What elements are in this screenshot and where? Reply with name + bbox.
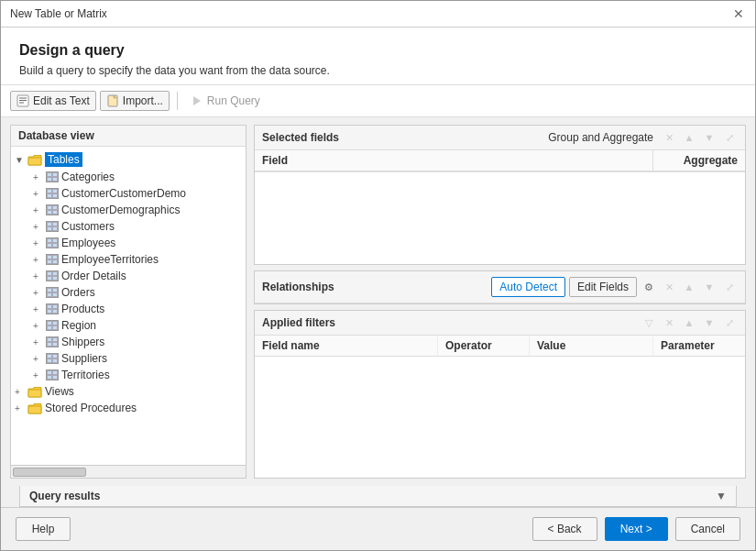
tree-item-categories[interactable]: + Categories [26,169,246,185]
applied-filters-title: Applied filters [262,316,335,329]
query-results-label: Query results [29,490,100,502]
selected-fields-panel: Selected fields Group and Aggregate ✕ ▲ … [254,125,746,265]
relationships-panel: Relationships Auto Detect Edit Fields ⚙ … [254,270,746,304]
et-expand: + [33,255,46,265]
import-button[interactable]: Import... [100,91,170,111]
table-icon-products [46,303,59,314]
products-label: Products [61,303,104,315]
od-label: Order Details [61,270,126,282]
region-label: Region [61,319,96,332]
filters-expand-button[interactable]: ⤢ [721,314,738,331]
table-icon-employees [46,237,59,248]
table-icon-cd [46,204,59,215]
applied-filters-actions: ▽ ✕ ▲ ▼ ⤢ [641,314,738,331]
tree-item-products[interactable]: + Products [26,301,246,317]
table-icon-orders [46,287,59,298]
rel-gear-button[interactable]: ⚙ [641,279,657,295]
tree-node-views[interactable]: + Views [11,383,246,400]
table-icon-od [46,270,59,281]
close-button[interactable]: ✕ [731,6,746,21]
relationships-header: Relationships Auto Detect Edit Fields ⚙ … [255,271,745,303]
tables-children: + Categories + CustomerCustomerDemo + Cu… [11,169,246,383]
svg-rect-6 [28,158,41,165]
run-query-button[interactable]: Run Query [185,92,266,110]
svg-rect-4 [108,95,117,106]
tree-node-tables[interactable]: ▼ Tables [11,150,246,169]
tree-item-employees[interactable]: + Employees [26,235,246,251]
sp-label: Stored Procedures [45,402,137,414]
fields-up-button[interactable]: ▲ [681,129,697,146]
table-icon-territories [46,369,59,380]
filters-body [255,357,745,478]
main-content: Database view ▼ Tables + Categories [1,117,755,486]
fields-x-button[interactable]: ✕ [661,129,677,146]
tree-node-stored-procedures[interactable]: + Stored Procedures [11,400,246,416]
categories-expand: + [33,172,46,182]
table-icon-customers [46,221,59,232]
tree-item-employeeterritories[interactable]: + EmployeeTerritories [26,251,246,268]
fields-expand-button[interactable]: ⤢ [721,129,738,146]
rel-down-button[interactable]: ▼ [701,279,718,295]
employees-expand: + [33,238,46,248]
filters-filter-button[interactable]: ▽ [641,314,657,331]
auto-detect-button[interactable]: Auto Detect [491,277,565,297]
filters-grid-header: Field name Operator Value Parameter [255,336,745,357]
tree-item-region[interactable]: + Region [26,317,246,334]
value-col: Value [530,336,653,356]
relationships-actions: Auto Detect Edit Fields ⚙ ✕ ▲ ▼ ⤢ [491,277,738,297]
tree-item-shippers[interactable]: + Shippers [26,334,246,350]
tree-item-orders[interactable]: + Orders [26,284,246,301]
svg-marker-5 [193,96,201,105]
fields-down-button[interactable]: ▼ [701,129,718,146]
table-icon-region [46,320,59,331]
views-label: Views [45,385,74,398]
suppliers-label: Suppliers [61,352,107,365]
filters-down-button[interactable]: ▼ [701,314,718,331]
customers-label: Customers [61,220,115,233]
applied-filters-header: Applied filters ▽ ✕ ▲ ▼ ⤢ [255,311,745,336]
run-icon [191,94,203,107]
cancel-button[interactable]: Cancel [675,517,740,541]
field-col-header: Field [255,150,653,171]
tree-item-customerdemographics[interactable]: + CustomerDemographics [26,202,246,218]
rel-x-button[interactable]: ✕ [661,279,677,295]
filters-up-button[interactable]: ▲ [681,314,697,331]
back-button[interactable]: < Back [532,517,597,541]
tree-item-orderdetails[interactable]: + Order Details [26,268,246,284]
edit-fields-button[interactable]: Edit Fields [569,277,637,297]
next-button[interactable]: Next > [605,517,668,541]
views-expand-icon: + [15,387,27,397]
categories-label: Categories [61,171,115,183]
tables-expand-icon: ▼ [15,155,27,165]
scrollbar-thumb[interactable] [13,468,86,477]
dialog-subtitle: Build a query to specify the data you wa… [19,64,737,77]
tree-item-customers[interactable]: + Customers [26,218,246,235]
et-label: EmployeeTerritories [61,253,159,266]
relationships-title: Relationships [262,281,334,293]
tree-item-territories[interactable]: + Territories [26,367,246,383]
query-results-bar[interactable]: Query results ▼ [19,486,737,507]
help-button[interactable]: Help [16,517,71,541]
parameter-col: Parameter [653,336,745,356]
rel-up-button[interactable]: ▲ [681,279,697,295]
edit-as-text-button[interactable]: Edit as Text [10,91,96,111]
aggregate-col-header: Aggregate [653,150,745,171]
orders-expand: + [33,288,46,298]
title-bar: New Table or Matrix ✕ [1,1,755,28]
tree-item-customercustomerdemo[interactable]: + CustomerCustomerDemo [26,185,246,202]
fields-body [255,172,745,264]
filters-x-button[interactable]: ✕ [661,314,677,331]
tree-item-suppliers[interactable]: + Suppliers [26,350,246,367]
tree-scrollbar[interactable] [11,465,246,478]
shippers-expand: + [33,337,46,347]
edit-icon [16,94,29,107]
region-expand: + [33,321,46,331]
rel-expand-button[interactable]: ⤢ [721,279,738,295]
window-title: New Table or Matrix [10,7,107,20]
tables-label: Tables [45,152,82,167]
tree-view[interactable]: ▼ Tables + Categories + Customer [11,147,246,465]
ccd-expand: + [33,189,46,199]
query-results-chevron[interactable]: ▼ [716,490,727,502]
products-expand: + [33,304,46,314]
fields-grid-header: Field Aggregate [255,150,745,172]
